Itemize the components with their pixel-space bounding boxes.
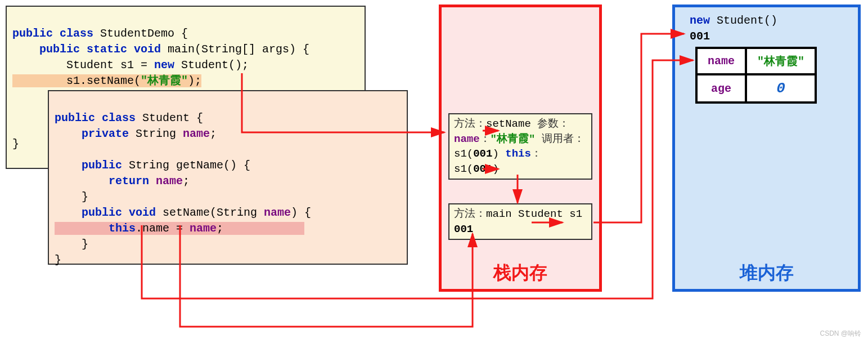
frame-addr: 001 [473, 148, 492, 160]
frame-text: s1( [454, 163, 473, 175]
code-kw: public void [55, 206, 156, 219]
frame-addr: 001 [454, 223, 473, 235]
heap-new-student-label: new Student() [690, 14, 777, 27]
code-text: Student(); [174, 59, 249, 72]
code-kw: new [690, 14, 710, 27]
heap-name-val: "林青霞" [746, 48, 816, 74]
code-kw: public class [12, 27, 93, 40]
code-text: } [55, 238, 88, 251]
stack-memory-box: 栈内存 方法：setName 参数：name："林青霞" 调用者：s1(001)… [439, 5, 602, 292]
code-text: main(String[] args) { [161, 43, 309, 56]
frame-ident: name [454, 133, 480, 145]
code-text: .name = [136, 222, 190, 235]
code-str: "林青霞" [141, 74, 188, 87]
code-text: } [55, 190, 88, 203]
heap-object-table: name "林青霞" age 0 [695, 47, 817, 104]
heap-addr-label: 001 [690, 30, 710, 43]
code-text: String [129, 127, 183, 140]
code-kw: public static void [12, 43, 161, 56]
heap-name-key: name [696, 48, 746, 74]
code-text: ; [210, 127, 217, 140]
heap-title: 堆内存 [675, 261, 858, 286]
frame-text: 调用者： [542, 133, 584, 145]
code-kw: return [55, 175, 149, 188]
frame-text: ) [492, 163, 498, 175]
heap-memory-box: 堆内存 new Student() 001 name "林青霞" age 0 [672, 5, 861, 292]
heap-age-val: 0 [746, 74, 816, 103]
frame-text: s1( [454, 148, 473, 160]
code-text: } [12, 137, 19, 150]
frame-text: ： [531, 148, 542, 160]
code-text: StudentDemo { [93, 27, 188, 40]
code-ident: name [149, 175, 183, 188]
code-kw: this [109, 222, 136, 235]
code-text: String getName() { [122, 159, 250, 172]
code-text: Student { [136, 112, 203, 124]
arrow-001-to-heap [593, 34, 684, 222]
code-ident: name [183, 127, 210, 140]
frame-text: 方法： [454, 118, 486, 130]
stack-frame-setname: 方法：setName 参数：name："林青霞" 调用者：s1(001) thi… [448, 113, 592, 180]
code-kw: public class [55, 112, 136, 124]
code-text: ; [217, 222, 223, 235]
code-text: ); [188, 74, 201, 87]
code-kw: new [154, 59, 174, 72]
code-text: Student() [710, 14, 777, 27]
code-text: } [55, 253, 61, 266]
frame-text: Student s1 [518, 208, 582, 220]
frame-text: 参数： [537, 118, 569, 130]
code-box-student: public class Student { private String na… [48, 90, 408, 265]
highlighted-line-thisname: this.name = name; [55, 222, 304, 235]
code-text: setName(String [156, 206, 264, 219]
stack-frame-main: 方法：main Student s1 001 [448, 203, 592, 240]
code-kw: private [55, 127, 129, 140]
code-ident: name [190, 222, 217, 235]
code-text: Student s1 = [12, 59, 154, 72]
frame-text: ： [480, 133, 491, 145]
code-text: s1.setName( [12, 74, 141, 87]
frame-kw: this [505, 148, 531, 160]
code-kw: public [55, 159, 122, 172]
frame-text: 方法： [454, 208, 486, 220]
watermark: CSDN @响铃 [820, 329, 861, 338]
frame-str: "林青霞" [491, 133, 536, 145]
frame-text: main [486, 208, 512, 220]
frame-text: ) [492, 148, 498, 160]
stack-title: 栈内存 [442, 261, 599, 286]
frame-text: setName [486, 118, 531, 130]
code-text [55, 222, 109, 235]
code-text: ; [183, 175, 190, 188]
code-ident: name [264, 206, 291, 219]
code-text: ) { [291, 206, 311, 219]
highlighted-line-setname: s1.setName("林青霞"); [12, 74, 201, 87]
heap-age-key: age [696, 74, 746, 103]
frame-addr: 001 [473, 163, 492, 175]
